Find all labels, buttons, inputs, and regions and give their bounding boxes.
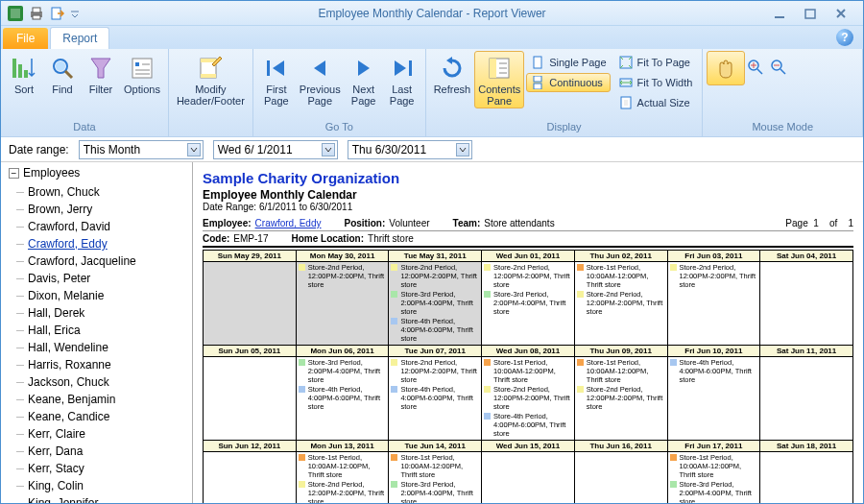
svg-line-12 xyxy=(65,71,72,78)
find-button[interactable]: Find xyxy=(43,51,82,97)
minimize-button[interactable] xyxy=(769,6,790,21)
calendar-day-header: Thu Jun 16, 2011 xyxy=(574,441,667,452)
date-from-picker[interactable]: Wed 6/ 1/2011 xyxy=(213,140,338,159)
fit-to-width-button[interactable]: Fit To Width xyxy=(614,73,697,92)
tree-item[interactable]: King, Jennifer xyxy=(28,494,192,503)
tree-item[interactable]: Crawford, David xyxy=(28,218,192,235)
calendar-day-header: Sun Jun 12, 2011 xyxy=(204,441,297,452)
group-label-modify xyxy=(173,132,249,134)
svg-rect-10 xyxy=(24,70,28,78)
refresh-button[interactable]: Refresh xyxy=(430,51,475,97)
tree-item[interactable]: Davis, Peter xyxy=(28,270,192,287)
export-icon[interactable] xyxy=(49,5,66,22)
next-page-button[interactable]: Next Page xyxy=(345,51,383,108)
contents-pane-button[interactable]: Contents Pane xyxy=(474,51,524,108)
zoom-in-button[interactable] xyxy=(745,57,766,78)
tab-report[interactable]: Report xyxy=(50,27,109,49)
fit-to-page-button[interactable]: Fit To Page xyxy=(614,53,697,72)
calendar-day-cell: Store-1st Period,10:00AM-12:00PM, Thrift… xyxy=(482,357,575,441)
employees-tree[interactable]: −Employees Brown, ChuckBrown, JerryCrawf… xyxy=(1,162,193,503)
tree-item[interactable]: Hall, Wendeline xyxy=(28,339,192,356)
tree-item[interactable]: Brown, Chuck xyxy=(28,183,192,201)
tree-item[interactable]: Hall, Derek xyxy=(28,304,192,322)
tree-item[interactable]: Kerr, Stacy xyxy=(28,460,192,477)
hand-tool-button[interactable] xyxy=(707,51,745,85)
shift-color-icon xyxy=(391,264,397,271)
first-page-button[interactable]: First Page xyxy=(257,51,296,108)
report-date-range: Date Range: 6/1/2011 to 6/30/2011 xyxy=(203,202,853,212)
date-range-preset-combo[interactable]: This Month xyxy=(79,140,204,159)
tree-item[interactable]: Kerr, Dana xyxy=(28,443,192,460)
shift-color-icon xyxy=(299,454,305,461)
body: −Employees Brown, ChuckBrown, JerryCrawf… xyxy=(1,162,863,503)
maximize-button[interactable] xyxy=(800,6,821,21)
shift-entry: Store-2nd Period,12:00PM-2:00PM, Thrift … xyxy=(299,480,387,503)
svg-rect-20 xyxy=(201,59,216,62)
continuous-icon xyxy=(530,75,545,90)
svg-rect-21 xyxy=(201,74,216,78)
calendar-day-header: Mon Jun 06, 2011 xyxy=(296,346,389,357)
window-controls xyxy=(769,6,863,21)
qat-dropdown-icon[interactable] xyxy=(70,5,80,22)
tree-item[interactable]: Kerr, Claire xyxy=(28,425,192,443)
previous-page-button[interactable]: Previous Page xyxy=(296,51,345,108)
calendar-day-cell xyxy=(482,452,575,504)
calendar-day-cell: Store-1st Period,10:00AM-12:00PM, Thrift… xyxy=(296,452,389,504)
svg-rect-15 xyxy=(135,62,139,66)
svg-rect-9 xyxy=(18,64,22,78)
edit-icon xyxy=(195,53,226,84)
calendar-day-cell: Store-2nd Period,12:00PM-2:00PM, Thrift … xyxy=(389,357,482,441)
tree-item[interactable]: Crawford, Eddy xyxy=(28,235,192,252)
shift-color-icon xyxy=(670,481,677,488)
calendar-table: Sun May 29, 2011Mon May 30, 2011Tue May … xyxy=(203,250,853,503)
single-page-button[interactable]: Single Page xyxy=(526,53,610,72)
last-page-button[interactable]: Last Page xyxy=(383,51,421,108)
shift-entry: Store-1st Period,10:00AM-12:00PM, Thrift… xyxy=(299,453,387,479)
tree-item[interactable]: Keane, Candice xyxy=(28,408,192,425)
employee-link[interactable]: Crawford, Eddy xyxy=(255,218,322,228)
zoom-out-button[interactable] xyxy=(768,57,789,78)
svg-rect-14 xyxy=(132,59,152,78)
shift-color-icon xyxy=(577,291,584,298)
tree-item[interactable]: Jackson, Chuck xyxy=(28,373,192,391)
group-label-goto: Go To xyxy=(257,121,421,134)
shift-entry: Store-4th Period,4:00PM-6:00PM, Thrift s… xyxy=(391,317,479,343)
last-page-icon xyxy=(387,53,418,84)
filter-button[interactable]: Filter xyxy=(82,51,120,97)
chevron-down-icon xyxy=(322,143,335,156)
calendar-day-cell: Store-1st Period,10:00AM-12:00PM, Thrift… xyxy=(389,452,482,504)
calendar-day-cell: Store-2nd Period,12:00PM-2:00PM, Thrift … xyxy=(482,262,575,346)
single-page-icon xyxy=(530,55,545,70)
actual-size-button[interactable]: Actual Size xyxy=(614,93,697,112)
window-title: Employee Monthly Calendar - Report Viewe… xyxy=(1,7,863,20)
tree-item[interactable]: Harris, Roxanne xyxy=(28,356,192,373)
sort-button[interactable]: Sort xyxy=(5,51,43,97)
tree-item[interactable]: Keane, Benjamin xyxy=(28,391,192,408)
hand-icon xyxy=(710,53,741,84)
calendar-day-header: Mon May 30, 2011 xyxy=(296,251,389,262)
continuous-button[interactable]: Continuous xyxy=(526,73,610,92)
tree-item[interactable]: King, Colin xyxy=(28,477,192,494)
collapse-icon[interactable]: − xyxy=(9,168,19,179)
tree-item[interactable]: Dixon, Melanie xyxy=(28,287,192,304)
tree-item[interactable]: Brown, Jerry xyxy=(28,201,192,218)
tree-item[interactable]: Crawford, Jacqueline xyxy=(28,252,192,270)
app-icon[interactable] xyxy=(7,5,24,22)
help-icon[interactable]: ? xyxy=(836,29,853,46)
report-viewer[interactable]: Sample Charity Organization Employee Mon… xyxy=(193,162,863,503)
tab-file[interactable]: File xyxy=(3,28,48,49)
shift-color-icon xyxy=(484,386,491,393)
tree-item[interactable]: Hall, Erica xyxy=(28,322,192,339)
options-button[interactable]: Options xyxy=(120,51,164,97)
ribbon-group-display: Refresh Contents Pane Single Page Contin… xyxy=(426,49,704,136)
shift-entry: Store-2nd Period,12:00PM-2:00PM, Thrift … xyxy=(484,385,572,411)
tree-root[interactable]: −Employees xyxy=(1,162,192,183)
svg-rect-31 xyxy=(534,84,541,89)
date-to-picker[interactable]: Thu 6/30/2011 xyxy=(348,140,472,159)
svg-rect-4 xyxy=(33,15,40,19)
close-button[interactable] xyxy=(830,6,852,21)
modify-header-footer-button[interactable]: Modify Header/Footer xyxy=(173,51,249,108)
shift-entry: Store-3rd Period,2:00PM-4:00PM, Thrift s… xyxy=(391,480,479,503)
print-icon[interactable] xyxy=(28,5,45,22)
fit-width-icon xyxy=(618,75,634,90)
